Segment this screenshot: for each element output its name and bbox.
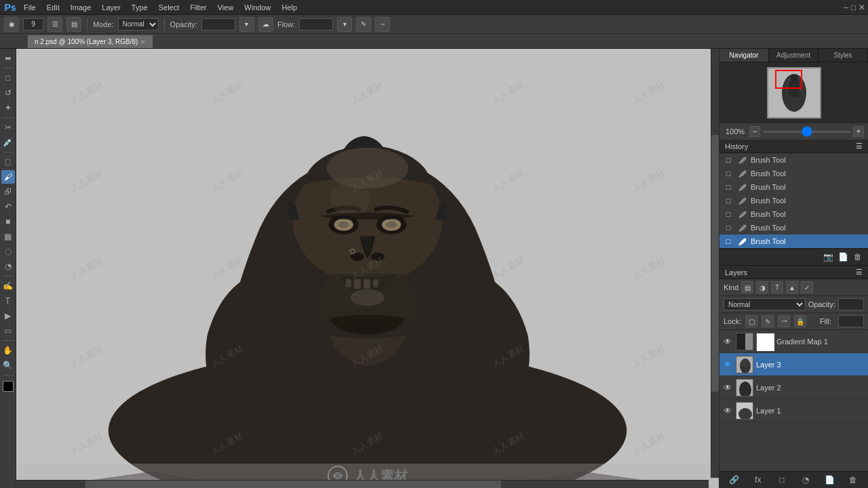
new-snapshot-btn[interactable]: 📷 (822, 251, 834, 263)
brush-preset-btn[interactable]: ☰ (47, 17, 62, 32)
gradient-tool[interactable]: ▦ (1, 230, 15, 243)
blur-tool[interactable]: ◌ (1, 245, 15, 258)
tab-close-btn[interactable]: ✕ (140, 39, 146, 45)
hand-tool[interactable]: ✋ (1, 344, 15, 357)
layers-options-icon[interactable]: ☰ (856, 268, 863, 277)
filter-pixel-btn[interactable]: ▤ (741, 281, 753, 293)
eyedropper-tool[interactable]: 💉 (1, 136, 15, 149)
dodge-tool[interactable]: ◔ (1, 260, 15, 273)
horizontal-scrollbar[interactable] (16, 480, 709, 488)
clone-stamp-tool[interactable]: ⮺ (1, 185, 15, 199)
pen-pressure-btn[interactable]: ✎ (356, 17, 371, 32)
history-item-active[interactable]: □ Brush Tool (719, 235, 868, 248)
minimize-btn[interactable]: – (844, 3, 848, 12)
new-fill-btn[interactable]: ◔ (800, 474, 812, 486)
flow-expand[interactable]: ▾ (337, 17, 352, 32)
filter-smart-btn[interactable]: ✓ (801, 281, 813, 293)
menu-layer[interactable]: Layer (97, 2, 125, 13)
history-brush-tool[interactable]: ↶ (1, 200, 15, 214)
zoom-in-btn[interactable]: + (853, 126, 864, 137)
type-tool[interactable]: T (1, 294, 15, 308)
zoom-slider[interactable] (763, 131, 850, 133)
layer-blend-mode[interactable]: Normal Multiply Screen (724, 298, 806, 310)
opacity-input[interactable]: 100% (201, 18, 235, 30)
layer-visibility-toggle[interactable]: 👁 (722, 382, 733, 393)
new-document-btn[interactable]: 📄 (837, 251, 849, 263)
menu-filter[interactable]: Filter (185, 2, 211, 13)
layer-opacity-input[interactable]: 100% (838, 298, 864, 310)
path-selection-tool[interactable]: ▶ (1, 309, 15, 323)
move-tool[interactable]: ⬌ (1, 52, 15, 65)
add-mask-btn[interactable]: □ (776, 474, 788, 486)
eraser-tool[interactable]: ■ (1, 215, 15, 228)
zoom-tool[interactable]: 🔍 (1, 359, 15, 372)
document-tab[interactable]: n 2.psd @ 100% (Layer 3, RGB/8) ✕ (27, 35, 153, 48)
filter-adjust-btn[interactable]: ◑ (756, 281, 768, 293)
history-item[interactable]: □ Brush Tool (719, 221, 868, 235)
history-item[interactable]: □ Brush Tool (719, 167, 868, 180)
history-item[interactable]: □ Brush Tool (719, 194, 868, 207)
spot-heal-tool[interactable]: ⎕ (1, 155, 15, 169)
history-options-icon[interactable]: ☰ (856, 142, 863, 150)
link-layers-btn[interactable]: 🔗 (728, 474, 741, 486)
menu-edit[interactable]: Edit (42, 2, 64, 13)
tab-styles[interactable]: Styles (818, 49, 868, 62)
maximize-btn[interactable]: □ (851, 3, 856, 12)
quick-select-tool[interactable]: ✦ (1, 101, 15, 115)
layer-item-layer2[interactable]: 👁 Layer 2 (719, 376, 868, 399)
layer-style-btn[interactable]: fx (752, 474, 764, 486)
lock-transparent-btn[interactable]: ▢ (745, 315, 757, 327)
smooth-btn[interactable]: ∼ (375, 17, 390, 32)
lock-position-btn[interactable]: ⭢ (778, 315, 790, 327)
delete-layer-btn[interactable]: 🗑 (847, 474, 859, 486)
brush-tool[interactable]: 🖌 (1, 170, 15, 184)
history-item[interactable]: □ Brush Tool (719, 207, 868, 221)
zoom-out-btn[interactable]: − (749, 126, 760, 137)
layer-visibility-toggle[interactable]: 👁 (722, 359, 733, 370)
opacity-expand[interactable]: ▾ (239, 17, 254, 32)
fg-bg-color-picker[interactable] (3, 381, 14, 392)
menu-select[interactable]: Select (154, 2, 184, 13)
new-layer-btn[interactable]: 📄 (823, 474, 835, 486)
delete-history-btn[interactable]: 🗑 (852, 251, 864, 263)
flow-input[interactable]: 100% (299, 18, 333, 30)
lock-image-btn[interactable]: ✎ (762, 315, 774, 327)
horizontal-scrollbar-thumb[interactable] (85, 481, 501, 488)
navigator-thumbnail[interactable] (767, 67, 821, 119)
foreground-color[interactable] (3, 381, 14, 392)
layer-visibility-toggle[interactable]: 👁 (722, 336, 733, 347)
menu-type[interactable]: Type (127, 2, 153, 13)
brush-options-btn[interactable]: ▤ (66, 17, 81, 32)
lasso-tool[interactable]: ↺ (1, 86, 15, 100)
rectangular-marquee-tool[interactable]: □ (1, 71, 15, 85)
brush-size-small[interactable]: ◉ (4, 17, 19, 32)
layer-visibility-toggle[interactable]: 👁 (722, 405, 733, 416)
menu-view[interactable]: View (213, 2, 239, 13)
pen-tool[interactable]: ✍ (1, 279, 15, 293)
layer-fill-input[interactable]: 100% (838, 315, 864, 327)
menu-window[interactable]: Window (239, 2, 275, 13)
menu-image[interactable]: Image (66, 2, 96, 13)
vertical-scrollbar[interactable] (711, 49, 719, 478)
navigator-view-box[interactable] (775, 70, 802, 89)
airbrush-btn[interactable]: ☁ (258, 17, 273, 32)
filter-type-btn[interactable]: T (771, 281, 783, 293)
layer-item-layer3[interactable]: 👁 Layer 3 (719, 353, 868, 376)
vertical-scrollbar-thumb[interactable] (711, 135, 719, 392)
rectangle-shape-tool[interactable]: ▭ (1, 324, 15, 338)
history-item[interactable]: □ Brush Tool (719, 153, 868, 167)
painting-canvas[interactable] (16, 49, 719, 488)
brush-size-input[interactable] (23, 18, 43, 30)
layer-item-layer1[interactable]: 👁 Layer 1 (719, 399, 868, 422)
crop-tool[interactable]: ✂ (1, 121, 15, 134)
menu-help[interactable]: Help (277, 2, 302, 13)
tab-adjustment[interactable]: Adjustment (769, 49, 818, 62)
layer-item-gradient-map[interactable]: 👁 Gradient Map 1 (719, 330, 868, 353)
canvas-area[interactable]: 人人素材 人人素材 人人素材 人人素材 人人素材 人人素材 人人素材 人人素材 … (16, 49, 719, 488)
tab-navigator[interactable]: Navigator (719, 49, 769, 62)
menu-file[interactable]: File (19, 2, 41, 13)
history-item[interactable]: □ Brush Tool (719, 180, 868, 194)
blend-mode-select[interactable]: Normal Multiply Screen (118, 18, 159, 30)
lock-all-btn[interactable]: 🔒 (794, 315, 806, 327)
close-btn[interactable]: ✕ (859, 3, 865, 12)
